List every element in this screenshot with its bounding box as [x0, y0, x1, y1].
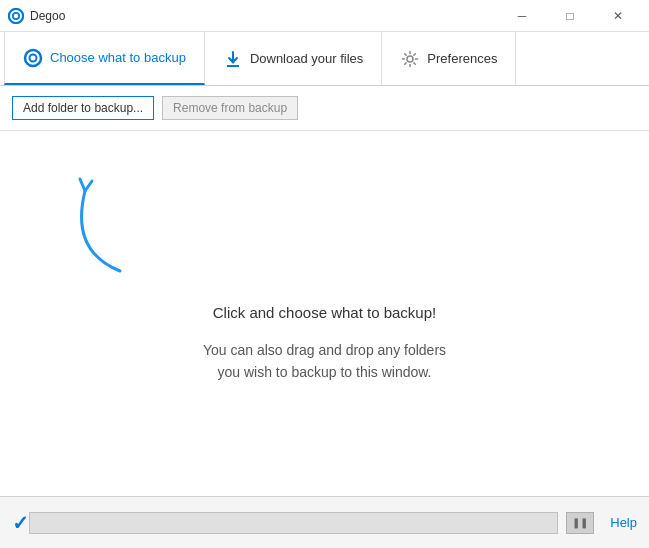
title-bar: Degoo ─ □ ✕	[0, 0, 649, 32]
pointing-arrow-icon	[30, 151, 140, 291]
remove-from-backup-button: Remove from backup	[162, 96, 298, 120]
tab-preferences[interactable]: Preferences	[382, 32, 516, 85]
toolbar: Add folder to backup... Remove from back…	[0, 86, 649, 131]
progress-bar	[29, 512, 558, 534]
svg-point-2	[25, 50, 41, 66]
add-folder-button[interactable]: Add folder to backup...	[12, 96, 154, 120]
help-link[interactable]: Help	[610, 515, 637, 530]
svg-point-0	[9, 8, 23, 22]
svg-marker-5	[229, 59, 237, 64]
tab-preferences-label: Preferences	[427, 51, 497, 66]
bottom-bar: ✓ ❚❚ Help	[0, 496, 649, 548]
degoo-circle-icon	[23, 48, 43, 68]
tab-download-files-label: Download your files	[250, 51, 363, 66]
main-content: Click and choose what to backup! You can…	[0, 131, 649, 496]
nav-tabs: Choose what to backup Download your file…	[0, 32, 649, 86]
minimize-button[interactable]: ─	[499, 0, 545, 32]
tab-choose-backup[interactable]: Choose what to backup	[4, 32, 205, 85]
pause-button[interactable]: ❚❚	[566, 512, 594, 534]
title-bar-left: Degoo	[8, 8, 65, 24]
app-logo-icon	[8, 8, 24, 24]
primary-instruction: Click and choose what to backup!	[203, 304, 446, 321]
secondary-line1: You can also drag and drop any folders	[203, 342, 446, 358]
pause-icon: ❚❚	[572, 517, 588, 528]
progress-area: ❚❚	[29, 512, 594, 534]
maximize-button[interactable]: □	[547, 0, 593, 32]
close-button[interactable]: ✕	[595, 0, 641, 32]
status-checkmark[interactable]: ✓	[12, 511, 29, 535]
arrow-illustration	[30, 151, 140, 295]
tab-download-files[interactable]: Download your files	[205, 32, 382, 85]
download-arrow-icon	[223, 49, 243, 69]
instruction-text: Click and choose what to backup! You can…	[203, 304, 446, 384]
gear-settings-icon	[400, 49, 420, 69]
app-title: Degoo	[30, 9, 65, 23]
secondary-instruction: You can also drag and drop any folders y…	[203, 339, 446, 384]
svg-point-1	[13, 12, 19, 18]
secondary-line2: you wish to backup to this window.	[217, 364, 431, 380]
svg-point-7	[407, 56, 413, 62]
window-controls: ─ □ ✕	[499, 0, 641, 32]
svg-point-3	[30, 54, 37, 61]
tab-choose-backup-label: Choose what to backup	[50, 50, 186, 65]
